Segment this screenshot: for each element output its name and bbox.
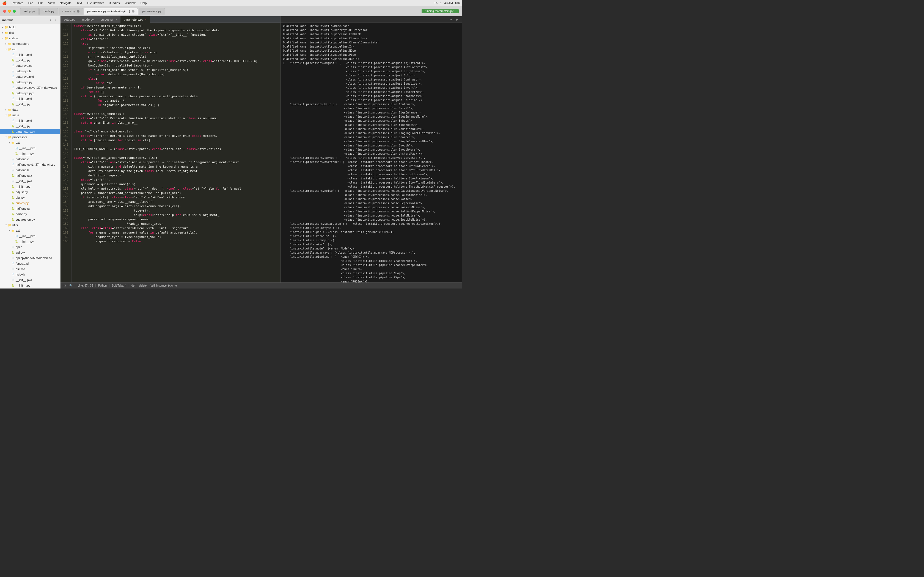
apple-menu[interactable]: 🍎 (2, 1, 6, 5)
tree-item[interactable]: 📄halftone.c (0, 156, 60, 162)
window-tab-mode[interactable]: mode.py (39, 8, 58, 15)
close-button[interactable] (3, 10, 6, 13)
search-icon[interactable]: 🔍 (69, 284, 73, 287)
fullscreen-button[interactable] (13, 10, 16, 13)
editor-tab-parameters-close[interactable]: × (145, 18, 147, 21)
tree-item[interactable]: 🐍__init__.py (0, 239, 60, 244)
tree-item[interactable]: 🐍buttereye.pyx (0, 90, 60, 96)
tree-item[interactable]: 📄buttereye.cpyt...37m-darwin.so (0, 85, 60, 90)
tree-item[interactable]: 📄halftone.h (0, 167, 60, 173)
menu-edit[interactable]: Edit (36, 1, 45, 5)
tree-item[interactable]: 📄halftone.cpyt...37m-darwin.so (0, 162, 60, 167)
window-tab-curves[interactable]: curves.py × (58, 8, 83, 15)
tree-item[interactable]: 📄buttereye.cc (0, 63, 60, 68)
editor-tab-curves[interactable]: curves.py ● (97, 16, 121, 23)
tree-item[interactable]: 🐍buttereye.py (0, 79, 60, 85)
menu-view[interactable]: View (46, 1, 57, 5)
tree-item-label: __init__.py (16, 58, 30, 62)
sidebar-nav-forward[interactable]: › (53, 18, 58, 22)
tree-item[interactable]: 🐍squarecrop.py (0, 217, 60, 222)
tree-item[interactable]: 📄hsluv.c (0, 266, 60, 272)
tree-item[interactable]: ▾📁ext (0, 228, 60, 233)
menu-help[interactable]: Help (138, 1, 149, 5)
tree-item-label: funcs.pxd (16, 262, 29, 265)
tree-item[interactable]: ▸📁data (0, 107, 60, 112)
tree-item[interactable]: 🐍halftone.pyx (0, 173, 60, 178)
tree-item[interactable]: 📄funcs.pxd (0, 261, 60, 266)
file-icon: 📄 (11, 97, 15, 101)
tree-item-label: halftone.pyx (16, 174, 32, 177)
editor-tab-mode[interactable]: mode.py (79, 16, 97, 23)
tree-item[interactable]: ▾📁ext (0, 140, 60, 145)
tree-item[interactable]: ▾📁instakit (0, 35, 60, 41)
tree-item[interactable]: 🐍__init__.py (0, 283, 60, 288)
window-tab-setup[interactable]: setup.py (20, 8, 39, 15)
window-tab-curves-close[interactable]: × (77, 10, 79, 13)
menu-bundles[interactable]: Bundles (107, 1, 122, 5)
code-area[interactable]: class="kw">def default_arguments(cls): c… (71, 23, 281, 282)
tree-item[interactable]: 🐍__init__.py (0, 151, 60, 156)
tree-item[interactable]: 📄api.c (0, 244, 60, 250)
menu-text[interactable]: Text (74, 1, 84, 5)
language-status[interactable]: Python (98, 284, 107, 287)
output-content[interactable]: Qualified Name: instakit.utils.mode.Mode… (281, 23, 462, 282)
tree-item[interactable]: 📄api.cpython-37m-darwin.so (0, 255, 60, 261)
tree-item[interactable]: ▸📁dist (0, 30, 60, 35)
tree-item[interactable]: 📄buttereye.h (0, 68, 60, 74)
tree-toggle-icon: ▸ (1, 31, 5, 34)
tree-item[interactable]: ▸📁build (0, 24, 60, 30)
menu-textmate[interactable]: TextMate (9, 1, 26, 5)
editor-tab-setup-label: setup.py (64, 18, 75, 21)
menu-filebrowser[interactable]: File Browser (85, 1, 106, 5)
output-nav-left[interactable]: ◀ (449, 17, 454, 22)
menu-navigate[interactable]: Navigate (58, 1, 74, 5)
tree-item[interactable]: 🐍colortype.py (0, 288, 60, 288)
tree-item[interactable]: ▾📁processors (0, 134, 60, 140)
tree-item[interactable]: 📄__init__.pxd (0, 118, 60, 123)
gear-icon[interactable]: ⚙ (63, 284, 67, 288)
tree-item[interactable]: 🐍__init__.py (0, 57, 60, 63)
menu-file[interactable]: File (26, 1, 36, 5)
window-tab-parameters2[interactable]: parameters.py (139, 8, 165, 15)
output-nav-right[interactable]: ▶ (455, 17, 460, 22)
tree-item-label: __init__.py (16, 124, 30, 128)
tree-item[interactable]: 📄__init__.pxd (0, 233, 60, 239)
editor-tab-parameters[interactable]: parameters.py × (120, 16, 150, 23)
tree-item[interactable]: 📄__init__.pxd (0, 277, 60, 283)
tree-item-label: squarecrop.py (16, 218, 35, 221)
tree-item[interactable]: ▾📁meta (0, 112, 60, 118)
line-number-label: 146 (60, 164, 70, 169)
tree-item[interactable]: 📄buttereye.pxd (0, 74, 60, 79)
tree-item[interactable]: 🐍__init__.py (0, 184, 60, 189)
editor-tab-setup[interactable]: setup.py (60, 16, 79, 23)
tree-item[interactable]: 📄__init__.pxd (0, 178, 60, 184)
tree-item[interactable]: 📄__init__.pxd (0, 52, 60, 57)
tree-item[interactable]: 📄__init__.pxd (0, 96, 60, 102)
window-tab-parameters-active[interactable]: parameters.py — instakit (git ...) × (84, 8, 138, 15)
tree-item[interactable]: 🐍__init__.py (0, 123, 60, 129)
tree-item-label: api.cpython-37m-darwin.so (16, 256, 52, 259)
tree-item[interactable]: 📄__init__.pxd (0, 145, 60, 151)
tree-item-label: hsluv.c (16, 268, 25, 271)
tree-item[interactable]: 📄hsluv.h (0, 272, 60, 277)
file-icon: 🐍 (11, 196, 15, 200)
window-tab-parameters-close[interactable]: × (132, 10, 134, 13)
file-tree: ▸📁build▸📁dist▾📁instakit▸📁comparators▾📁ex… (0, 24, 60, 288)
tree-item[interactable]: 🐍parameters.py (0, 129, 60, 134)
minimize-button[interactable] (8, 10, 11, 13)
tree-item[interactable]: ▾📁ext (0, 47, 60, 52)
tree-item[interactable]: 🐍__init__.py (0, 102, 60, 107)
tree-item[interactable]: ▾📁utils (0, 222, 60, 228)
line-number-label: 147 (60, 169, 70, 173)
tree-item[interactable]: ▸📁comparators (0, 41, 60, 47)
tree-item[interactable]: 🐍noise.py (0, 211, 60, 217)
tab-size-status[interactable]: Soft Tabs: 4 (112, 284, 126, 287)
tree-item[interactable]: 🐍adjust.py (0, 189, 60, 195)
menu-window[interactable]: Window (123, 1, 138, 5)
tree-item[interactable]: 🐍api.pyx (0, 250, 60, 255)
line-number-label: 159 (60, 222, 70, 226)
tree-item[interactable]: 🐍halftone.py (0, 206, 60, 211)
tree-item[interactable]: 🐍curves.py (0, 200, 60, 206)
tree-item[interactable]: 🐍blur.py (0, 195, 60, 200)
sidebar-nav-back[interactable]: ‹ (48, 18, 53, 22)
